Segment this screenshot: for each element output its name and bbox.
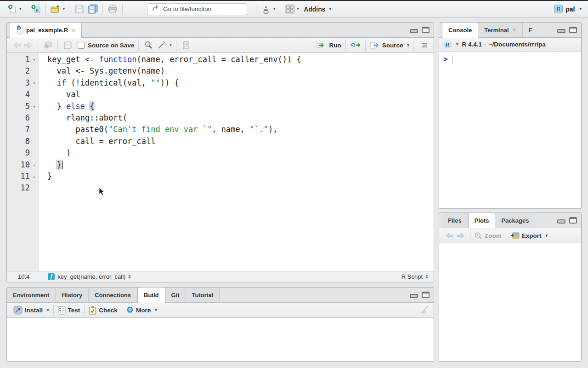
gutter-line[interactable]: 5▾ bbox=[7, 101, 39, 112]
project-menu[interactable]: R pal ▾ bbox=[554, 5, 582, 13]
gutter-line[interactable]: 1▾ bbox=[7, 54, 39, 65]
code-tools-wand-icon[interactable] bbox=[157, 40, 168, 51]
tab-files[interactable]: Files bbox=[442, 213, 468, 228]
chevron-down-icon[interactable]: ▾ bbox=[19, 7, 22, 11]
search-icon[interactable] bbox=[143, 40, 154, 51]
console-input-area[interactable]: > bbox=[439, 52, 581, 67]
r-logo-icon[interactable]: R bbox=[443, 40, 452, 48]
gutter-line[interactable]: 9 bbox=[7, 147, 39, 159]
gutter-line[interactable]: 8 bbox=[7, 136, 39, 147]
pane-layout-icon[interactable] bbox=[284, 4, 295, 15]
code-line[interactable]: } else { bbox=[47, 101, 434, 112]
rerun-icon[interactable] bbox=[350, 40, 361, 51]
addins-menu[interactable]: Addins ▾ bbox=[304, 6, 331, 13]
previous-plot-icon[interactable] bbox=[444, 230, 455, 241]
tab-pal-example[interactable]: R pal_example.R × bbox=[10, 23, 82, 38]
code-line[interactable]: val bbox=[47, 89, 434, 100]
zoom-plot-button[interactable]: Zoom bbox=[475, 232, 502, 239]
gutter-line[interactable]: 6 bbox=[7, 112, 39, 124]
check-button[interactable]: Check bbox=[89, 306, 118, 315]
chevron-down-icon[interactable]: ▾ bbox=[63, 7, 65, 11]
minimize-pane-icon[interactable] bbox=[410, 29, 418, 33]
minimize-pane-icon[interactable] bbox=[557, 29, 565, 33]
fold-marker-icon[interactable]: ▾ bbox=[30, 101, 39, 112]
maximize-pane-icon[interactable] bbox=[569, 217, 577, 224]
next-plot-icon[interactable] bbox=[455, 230, 466, 241]
minimize-pane-icon[interactable] bbox=[557, 219, 565, 224]
code-line[interactable]: paste0("Can't find env var `", name, "`.… bbox=[47, 124, 434, 135]
install-button[interactable]: Install ▾ bbox=[13, 306, 49, 315]
minimize-pane-icon[interactable] bbox=[410, 294, 418, 298]
tab-environment[interactable]: Environment bbox=[7, 288, 56, 302]
fold-marker-icon[interactable]: ▴ bbox=[30, 171, 39, 182]
tab-connections[interactable]: Connections bbox=[89, 288, 137, 302]
gutter-line[interactable]: 4 bbox=[7, 89, 39, 100]
fold-marker-icon[interactable]: ▾ bbox=[30, 54, 39, 65]
code-line[interactable]: if (!identical(val, "")) { bbox=[47, 77, 434, 89]
code-line[interactable]: val <- Sys.getenv(name) bbox=[47, 65, 434, 77]
tab-console[interactable]: Console bbox=[442, 23, 478, 38]
code-line[interactable]: ) bbox=[47, 147, 434, 159]
maximize-pane-icon[interactable] bbox=[422, 27, 430, 33]
gutter-line[interactable]: 12 bbox=[7, 182, 39, 194]
code-segment-plain: ) bbox=[47, 148, 71, 157]
close-icon[interactable]: × bbox=[513, 26, 516, 34]
code-line[interactable]: rlang::abort( bbox=[47, 112, 434, 124]
compile-report-icon[interactable] bbox=[181, 40, 192, 51]
document-outline-icon[interactable] bbox=[418, 40, 429, 51]
function-context[interactable]: key_get(name, error_call) bbox=[57, 273, 125, 280]
gutter-line[interactable]: 2 bbox=[7, 65, 39, 77]
save-all-icon[interactable] bbox=[87, 4, 98, 15]
tab-tutorial[interactable]: Tutorial bbox=[186, 288, 220, 302]
source-on-save-checkbox[interactable] bbox=[78, 42, 85, 49]
test-button[interactable]: Test bbox=[58, 306, 80, 315]
close-icon[interactable]: × bbox=[72, 27, 75, 34]
doc-type[interactable]: R Script bbox=[401, 273, 423, 280]
back-icon[interactable] bbox=[11, 40, 23, 51]
tab-terminal[interactable]: Terminal × bbox=[478, 23, 522, 37]
chevron-down-icon[interactable]: ▾ bbox=[170, 43, 172, 47]
gutter-line[interactable]: 3▾ bbox=[7, 77, 39, 89]
gutter-line[interactable]: 11▴ bbox=[7, 171, 39, 182]
save-icon[interactable] bbox=[74, 4, 85, 15]
maximize-pane-icon[interactable] bbox=[569, 27, 577, 33]
new-file-icon[interactable] bbox=[6, 4, 17, 15]
clear-broom-icon[interactable] bbox=[418, 305, 429, 316]
chevron-down-icon[interactable]: ▾ bbox=[273, 7, 276, 11]
chevron-down-icon[interactable]: ▾ bbox=[297, 7, 300, 11]
fold-marker-icon[interactable]: ▾ bbox=[30, 77, 39, 89]
version-control-icon[interactable] bbox=[260, 4, 271, 15]
code-line[interactable]: call = error_call bbox=[47, 136, 434, 147]
code-line[interactable]: key_get <- function(name, error_call = c… bbox=[47, 54, 434, 65]
forward-icon[interactable] bbox=[23, 40, 34, 51]
new-project-icon[interactable]: R bbox=[30, 4, 41, 15]
context-stepper-icon[interactable] bbox=[128, 275, 131, 279]
working-directory[interactable]: ~/Documents/rrr/pa bbox=[489, 41, 546, 48]
more-button[interactable]: ⚙ More ▾ bbox=[126, 306, 157, 314]
open-file-icon[interactable] bbox=[50, 4, 61, 15]
save-icon[interactable] bbox=[62, 40, 73, 51]
tab-plots[interactable]: Plots bbox=[468, 213, 496, 228]
toolbar-separator bbox=[26, 4, 26, 15]
tab-build[interactable]: Build bbox=[137, 288, 165, 303]
code-line[interactable]: } bbox=[47, 171, 434, 182]
run-button[interactable]: Run bbox=[317, 42, 341, 49]
code-editor[interactable]: 1▾23▾45▾678910▴11▴12 key_get <- function… bbox=[7, 53, 434, 271]
goto-file-function-input[interactable]: Go to file/function bbox=[147, 3, 247, 15]
source-button[interactable]: Source ▾ bbox=[370, 42, 409, 49]
code-line[interactable]: } bbox=[47, 159, 434, 171]
tab-packages[interactable]: Packages bbox=[495, 213, 535, 228]
maximize-pane-icon[interactable] bbox=[422, 292, 430, 298]
code-line[interactable] bbox=[47, 182, 434, 194]
gutter-line[interactable]: 7 bbox=[7, 124, 39, 135]
tab-truncated[interactable]: F bbox=[523, 23, 535, 37]
gutter-line[interactable]: 10▴ bbox=[7, 159, 39, 171]
doc-type-stepper-icon[interactable] bbox=[425, 275, 428, 279]
tab-git[interactable]: Git bbox=[165, 288, 186, 302]
fold-marker-icon[interactable]: ▴ bbox=[30, 159, 39, 171]
print-icon[interactable] bbox=[107, 4, 118, 15]
tab-history[interactable]: History bbox=[56, 288, 89, 302]
chevron-down-icon[interactable]: ▾ bbox=[456, 42, 458, 46]
open-in-window-icon[interactable] bbox=[42, 40, 53, 51]
export-plot-button[interactable]: Export ▾ bbox=[510, 232, 548, 239]
